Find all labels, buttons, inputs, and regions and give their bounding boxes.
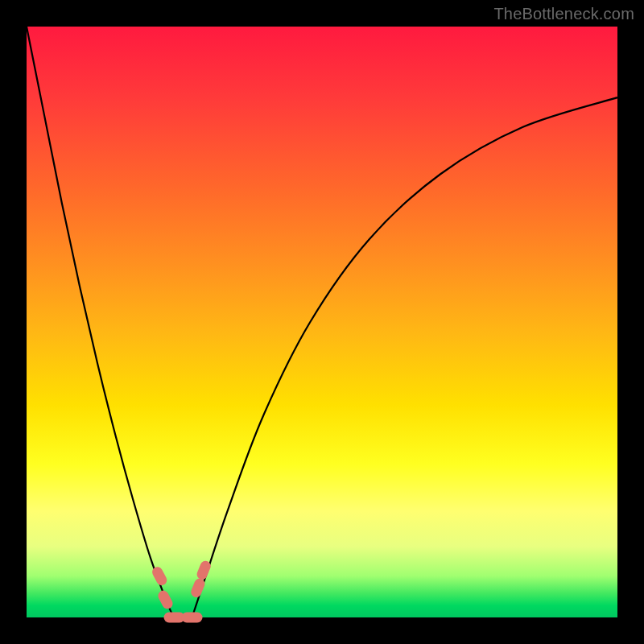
left-curve [27, 27, 175, 617]
watermark-text: TheBottleneck.com [493, 5, 634, 23]
plot-area [27, 27, 617, 617]
bottom-marker-right [182, 613, 203, 623]
curves-svg [27, 27, 617, 617]
chart-frame: TheBottleneck.com [0, 0, 644, 644]
right-curve [192, 97, 617, 617]
left-marker-lower [156, 588, 175, 610]
markers-group [151, 559, 213, 623]
left-marker-upper [151, 565, 169, 587]
